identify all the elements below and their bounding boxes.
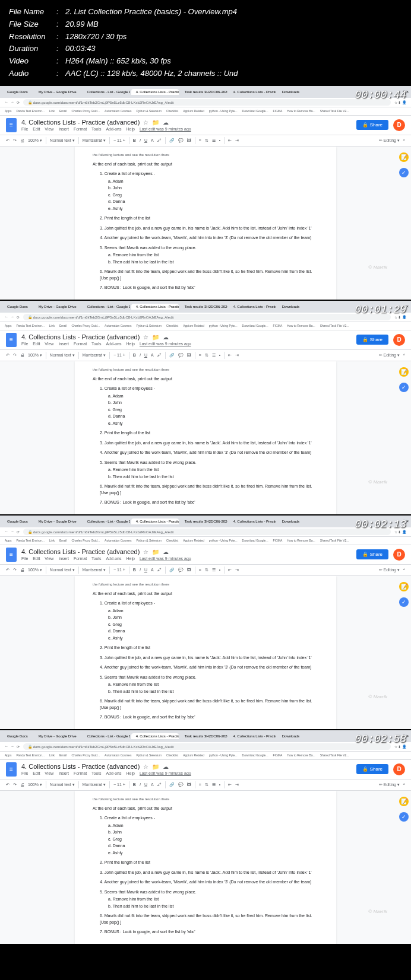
print-icon[interactable]: 🖨 [20,568,24,572]
keep-icon[interactable]: 📝 [399,582,409,591]
address-bar[interactable]: ←→⟳ 🔒 docs.google.com/document/d/1m6kTeb… [0,742,411,752]
comment-icon[interactable]: 💬 [178,138,184,143]
bullet-icon[interactable]: • [219,568,220,572]
forward-icon[interactable]: → [11,744,14,749]
browser-tab[interactable]: Collections - List - Google D [83,89,130,95]
reload-icon[interactable]: ⟳ [17,100,20,104]
bookmark-item[interactable]: Shared Task File V2... [320,109,349,113]
menu-item[interactable]: Help [127,771,135,775]
bookmark-item[interactable]: Email [59,539,67,542]
menu-item[interactable]: Help [127,127,135,131]
browser-tab[interactable]: Collections - List - Google D [83,733,130,739]
italic-icon[interactable]: I [140,353,141,357]
highlight-icon[interactable]: 🖍 [157,353,162,357]
menu-item[interactable]: File [21,342,28,346]
line-spacing-icon[interactable]: ⇅ [205,353,208,358]
menu-item[interactable]: Add-ons [106,127,121,131]
indent-icon[interactable]: ⇤ [228,353,232,358]
bookmark-item[interactable]: Charles Proxy Guid... [72,109,100,113]
forward-icon[interactable]: → [11,100,14,104]
keep-icon[interactable]: 📝 [399,367,409,377]
bold-icon[interactable]: B [133,353,136,357]
docs-icon[interactable]: ≡ [6,762,17,777]
menu-item[interactable]: Edit [33,556,40,561]
browser-tab[interactable]: Google Docs [2,304,33,310]
share-button[interactable]: 🔒 Share [356,549,388,559]
doc-title[interactable]: 4. Collections Lists - Practice (advance… [21,119,352,126]
list-icon[interactable]: ☰ [212,782,216,787]
highlight-icon[interactable]: 🖍 [157,782,162,787]
browser-tab[interactable]: 4. Collections Lists - Practice (ad [131,89,179,95]
menu-item[interactable]: Tools [91,342,101,346]
user-avatar[interactable]: D [393,119,405,131]
menu-item[interactable]: View [45,127,53,131]
image-icon[interactable]: 🖼 [187,353,191,357]
text-color-icon[interactable]: A [151,353,154,357]
cloud-icon[interactable]: ☁ [163,549,169,555]
browser-tab[interactable]: 4. Collections Lists - Practice (ad [131,733,179,739]
size-select[interactable]: − 11 + [113,138,125,142]
share-button[interactable]: 🔒 Share [356,764,388,774]
browser-tab[interactable]: Task results 3H2DC06-202008 [180,304,227,310]
italic-icon[interactable]: I [140,568,141,572]
undo-icon[interactable]: ↶ [6,782,10,787]
style-select[interactable]: Normal text ▾ [50,138,75,143]
align-icon[interactable]: ≡ [199,782,201,787]
text-color-icon[interactable]: A [151,568,154,572]
undo-icon[interactable]: ↶ [6,568,10,572]
bookmark-item[interactable]: Download Google... [242,753,268,757]
document-page[interactable]: the following lecture and see the resolu… [75,791,336,944]
menu-item[interactable]: Format [74,127,87,131]
highlight-icon[interactable]: 🖍 [157,138,162,142]
folder-icon[interactable]: 📁 [152,549,159,555]
editing-mode[interactable]: ✏ Editing ▾ ^ [379,138,405,143]
cloud-icon[interactable]: ☁ [163,334,169,341]
browser-tab[interactable]: Collections - List - Google D [83,304,130,310]
image-icon[interactable]: 🖼 [187,568,191,572]
bookmark-item[interactable]: python - Using Pyte... [209,324,238,327]
reload-icon[interactable]: ⟳ [17,744,20,749]
doc-title[interactable]: 4. Collections Lists - Practice (advance… [21,763,352,770]
align-icon[interactable]: ≡ [199,138,201,142]
url-field[interactable]: 🔒 docs.google.com/document/d/1m6kTeb2GmL… [23,743,391,750]
menu-item[interactable]: Format [74,556,87,561]
bookmark-item[interactable]: Email [59,753,67,757]
size-select[interactable]: − 11 + [113,782,125,787]
tasks-icon[interactable]: ✓ [399,597,409,607]
font-select[interactable]: Montserrat ▾ [83,353,106,358]
bookmark-item[interactable]: Checklist [166,753,178,757]
bookmark-item[interactable]: How to Remove Ba... [287,324,315,327]
browser-tab[interactable]: 4. Collections Lists - Practice (ad [229,89,276,95]
browser-tab[interactable]: 4. Collections Lists - Practice (ad [229,304,276,310]
indent-icon[interactable]: ⇤ [228,138,232,143]
bookmark-item[interactable]: Download Google... [242,539,268,542]
browser-tab[interactable]: My Drive - Google Drive [34,304,81,310]
line-spacing-icon[interactable]: ⇅ [205,568,208,572]
menu-item[interactable]: Insert [58,342,69,346]
bullet-icon[interactable]: • [219,138,220,142]
redo-icon[interactable]: ↷ [13,353,17,358]
zoom-select[interactable]: 100% ▾ [28,568,42,572]
document-page[interactable]: the following lecture and see the resolu… [75,576,336,729]
browser-tab[interactable]: 4. Collections Lists - Practice (ad [229,518,276,524]
bookmark-item[interactable]: Charles Proxy Guid... [72,539,100,542]
back-icon[interactable]: ← [5,100,8,104]
share-button[interactable]: 🔒 Share [356,120,388,130]
font-select[interactable]: Montserrat ▾ [83,782,106,787]
outdent-icon[interactable]: ⇥ [235,138,239,143]
menu-item[interactable]: Insert [58,771,69,775]
browser-tab[interactable]: Task results 3H2DC06-202008 [180,518,227,524]
share-button[interactable]: 🔒 Share [356,335,388,345]
outdent-icon[interactable]: ⇥ [235,568,239,572]
bookmark-item[interactable]: Shared Task File V2... [320,539,349,542]
star-icon[interactable]: ☆ [143,119,148,126]
bookmark-item[interactable]: Automation Courses [105,109,131,113]
menu-item[interactable]: View [45,771,53,775]
docs-icon[interactable]: ≡ [6,548,17,562]
bookmark-item[interactable]: Panda Test Environ... [16,324,44,327]
bookmark-item[interactable]: python - Using Pyte... [209,109,238,113]
bookmark-item[interactable]: Checklist [166,539,178,542]
address-bar[interactable]: ←→⟳ 🔒 docs.google.com/document/d/1m6kTeb… [0,313,411,322]
folder-icon[interactable]: 📁 [152,334,159,341]
bookmark-item[interactable]: Link [49,324,55,327]
